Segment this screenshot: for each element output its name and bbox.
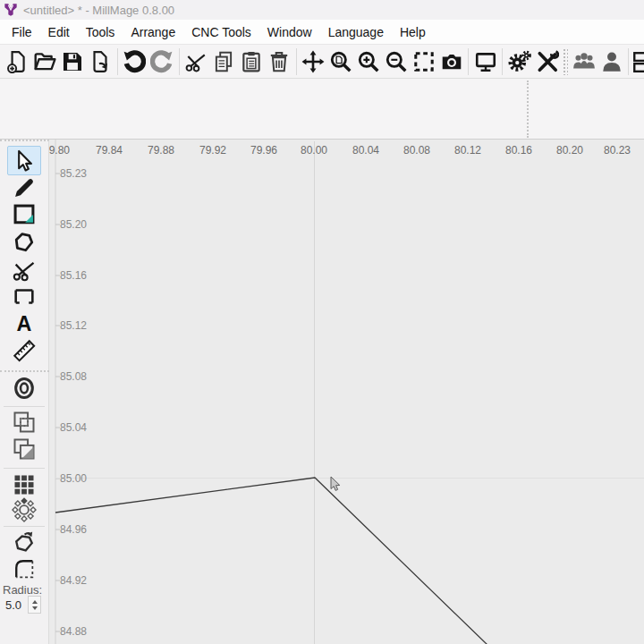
- toolbar-drag-handle[interactable]: [563, 48, 568, 75]
- grid-array-button[interactable]: [12, 472, 37, 497]
- fillet-tool-button[interactable]: [12, 556, 37, 581]
- paste-button[interactable]: [238, 47, 266, 76]
- drawn-polyline[interactable]: [55, 478, 487, 644]
- zoom-selection-button[interactable]: [410, 47, 437, 76]
- move-button[interactable]: [300, 47, 327, 76]
- rectangle-tool-button[interactable]: [12, 202, 37, 227]
- open-file-button[interactable]: [31, 47, 59, 76]
- mouse-cursor-icon: [331, 477, 340, 490]
- h-ruler-label: 79.96: [250, 144, 277, 157]
- export-file-icon: [89, 50, 112, 73]
- menu-help[interactable]: Help: [392, 21, 434, 43]
- clipped-icon: [631, 50, 644, 73]
- boolean-subtract-button[interactable]: [12, 436, 37, 462]
- toolbar-separator: [296, 48, 297, 75]
- props-divider: [527, 80, 529, 138]
- design-canvas[interactable]: 79.80 79.84 79.88 79.92 79.96 80.00 80.0…: [49, 140, 644, 644]
- menu-edit[interactable]: Edit: [40, 21, 78, 43]
- zoom-page-button[interactable]: [326, 47, 354, 76]
- offset-tool-button[interactable]: [12, 376, 37, 401]
- circular-array-button[interactable]: [12, 497, 37, 522]
- move-arrows-icon: [301, 50, 325, 73]
- boolean-union-button[interactable]: [12, 410, 37, 435]
- menu-language[interactable]: Language: [320, 21, 392, 43]
- toolbar-separator: [628, 48, 629, 75]
- pencil-icon: [12, 175, 37, 200]
- new-file-icon: [5, 50, 29, 73]
- users-group-icon: [572, 50, 596, 73]
- h-ruler-label: 79.88: [148, 144, 174, 157]
- rotate-shape-icon: [12, 530, 37, 555]
- boolean-union-icon: [12, 410, 37, 435]
- delete-button[interactable]: [266, 47, 293, 76]
- redo-button[interactable]: [148, 47, 176, 76]
- open-folder-icon: [33, 50, 56, 73]
- save-button[interactable]: [59, 47, 87, 76]
- toolbar-separator: [468, 48, 469, 75]
- menu-arrange[interactable]: Arrange: [123, 21, 183, 43]
- tool-panel: A: [0, 140, 49, 644]
- h-ruler-label: 80.20: [556, 144, 583, 157]
- rotate-shape-button[interactable]: [12, 530, 37, 555]
- new-file-button[interactable]: [4, 47, 31, 76]
- panel-dotted-divider: [0, 370, 49, 372]
- gears-icon: [508, 50, 531, 73]
- canvas-overlay: [49, 140, 644, 644]
- cut-button[interactable]: [182, 47, 210, 76]
- draw-tool-button[interactable]: [12, 175, 37, 200]
- menu-tools[interactable]: Tools: [78, 21, 123, 43]
- copy-button[interactable]: [210, 47, 238, 76]
- user-profile-button[interactable]: [597, 47, 625, 76]
- rectangle-icon: [12, 202, 37, 227]
- panel-separator: [4, 406, 45, 407]
- menu-bar: File Edit Tools Arrange CNC Tools Window…: [0, 20, 644, 45]
- polygon-tool-button[interactable]: [12, 230, 37, 255]
- node-select-tool-button[interactable]: [12, 284, 37, 309]
- window-title: <untitled> * - MillMage 0.8.00: [23, 4, 174, 17]
- settings-button[interactable]: [505, 47, 533, 76]
- users-group-button[interactable]: [570, 47, 597, 76]
- monitor-icon: [474, 50, 497, 73]
- h-ruler-label: 80.16: [505, 144, 532, 157]
- zoom-in-button[interactable]: [354, 47, 382, 76]
- fillet-corner-icon: [12, 556, 37, 581]
- panel-separator: [4, 526, 45, 527]
- monitor-button[interactable]: [471, 47, 499, 76]
- measure-tool-button[interactable]: [12, 338, 37, 363]
- menu-file[interactable]: File: [4, 21, 40, 43]
- h-ruler-label: 79.92: [199, 144, 226, 157]
- radius-spinner[interactable]: [28, 596, 41, 614]
- menu-cnc-tools[interactable]: CNC Tools: [183, 21, 259, 43]
- polygon-icon: [12, 230, 37, 255]
- cut-scissors-icon: [184, 50, 208, 73]
- tools-button[interactable]: [533, 47, 561, 76]
- h-ruler-label: 79.80: [49, 144, 70, 157]
- zoom-out-button[interactable]: [382, 47, 410, 76]
- title-bar: <untitled> * - MillMage 0.8.00: [0, 0, 644, 20]
- toolbar-separator: [117, 48, 118, 75]
- trim-tool-button[interactable]: [12, 258, 37, 283]
- node-select-icon: [12, 284, 37, 309]
- panel-separator: [4, 468, 45, 469]
- undo-button[interactable]: [121, 47, 148, 76]
- menu-window[interactable]: Window: [259, 21, 320, 43]
- select-arrow-icon: [12, 148, 37, 174]
- zoom-out-icon: [385, 50, 408, 73]
- v-ruler-label: 84.92: [60, 574, 87, 587]
- clipped-toolbar-button[interactable]: [631, 47, 644, 76]
- camera-button[interactable]: [437, 47, 465, 76]
- v-ruler-label: 85.00: [60, 472, 87, 485]
- v-ruler-label: 84.96: [60, 523, 87, 536]
- text-tool-button[interactable]: A: [12, 311, 37, 336]
- grid-array-icon: [12, 472, 37, 497]
- redo-icon: [150, 50, 174, 73]
- h-ruler-label: 80.08: [403, 144, 430, 157]
- export-button[interactable]: [87, 47, 114, 76]
- user-icon: [600, 50, 623, 73]
- scissors-icon: [12, 258, 37, 283]
- select-tool-button[interactable]: [7, 146, 41, 175]
- vertical-ruler-ticks: [55, 174, 60, 631]
- radius-value[interactable]: 5.0: [5, 598, 21, 612]
- h-ruler-label: 80.12: [454, 144, 481, 157]
- text-icon: A: [12, 311, 37, 336]
